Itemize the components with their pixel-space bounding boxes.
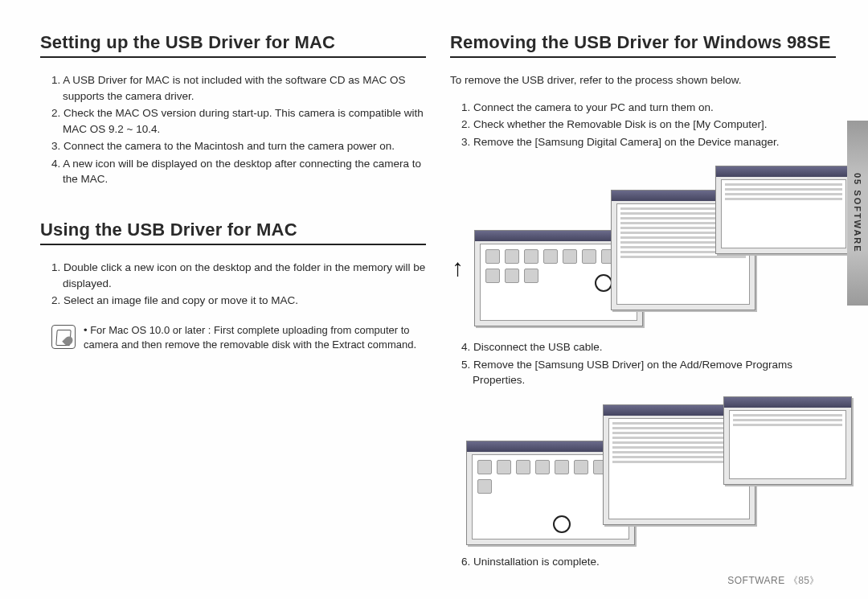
left-column: Setting up the USB Driver for MAC 1. A U… xyxy=(40,32,426,583)
footer-label: SOFTWARE xyxy=(727,575,785,586)
list-item: 2. Select an image file and copy or move… xyxy=(51,293,426,309)
list-remove-b: 4. Disconnect the USB cable. 5. Remove t… xyxy=(450,339,836,388)
intro-text: To remove the USB driver, refer to the p… xyxy=(450,72,836,88)
list-item: 1. Double click a new icon on the deskto… xyxy=(51,260,426,291)
footer-page-number: 《85》 xyxy=(788,575,820,586)
right-column: Removing the USB Driver for Windows 98SE… xyxy=(450,32,836,583)
list-setting-up-mac: 1. A USB Driver for MAC is not included … xyxy=(40,72,426,187)
heading-using-mac: Using the USB Driver for MAC xyxy=(40,219,426,245)
list-remove-a: 1. Connect the camera to your PC and tur… xyxy=(450,100,836,150)
list-item: 2. Check whether the Removable Disk is o… xyxy=(461,117,836,133)
page-footer: SOFTWARE 《85》 xyxy=(727,574,820,588)
list-item: 4. A new icon will be displayed on the d… xyxy=(51,156,426,187)
arrow-up-icon: ↑ xyxy=(452,254,464,281)
list-item: 1. Connect the camera to your PC and tur… xyxy=(461,100,836,116)
window-uninstall-wizard xyxy=(723,396,852,485)
note-box: • For Mac OS 10.0 or later : First compl… xyxy=(40,323,426,352)
heading-removing-98se: Removing the USB Driver for Windows 98SE xyxy=(450,32,836,58)
list-item: 4. Disconnect the USB cable. xyxy=(461,339,836,355)
screenshot-group-device-manager: ↑ xyxy=(450,158,836,334)
list-item: 1. A USB Driver for MAC is not included … xyxy=(51,72,426,104)
note-icon xyxy=(51,325,76,349)
list-item: 3. Connect the camera to the Macintosh a… xyxy=(51,138,426,154)
list-item: 6. Uninstallation is complete. xyxy=(461,554,836,570)
list-item: 3. Remove the [Samsung Digital Camera] o… xyxy=(461,134,836,150)
list-item: 5. Remove the [Samsung USB Driver] on th… xyxy=(461,357,836,388)
side-tab: 05 SOFTWARE xyxy=(847,121,868,306)
list-using-mac: 1. Double click a new icon on the deskto… xyxy=(40,260,426,309)
screenshot-group-add-remove xyxy=(450,396,836,549)
note-text: • For Mac OS 10.0 or later : First compl… xyxy=(84,323,426,352)
window-confirm-dialog xyxy=(715,166,852,254)
list-item: 2. Check the MAC OS version during start… xyxy=(51,105,426,137)
list-remove-c: 6. Uninstallation is complete. xyxy=(450,554,836,570)
side-tab-label: 05 SOFTWARE xyxy=(853,173,862,253)
heading-setting-up-mac: Setting up the USB Driver for MAC xyxy=(40,32,426,58)
highlight-circle-icon xyxy=(553,515,571,533)
